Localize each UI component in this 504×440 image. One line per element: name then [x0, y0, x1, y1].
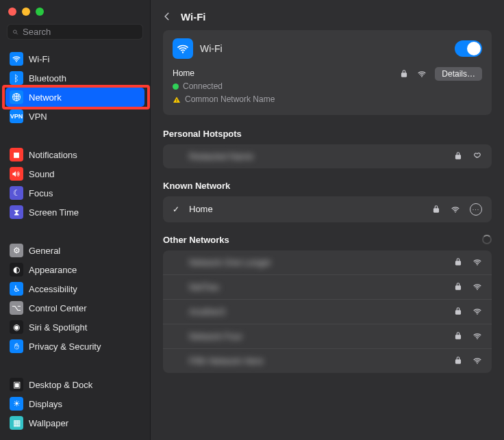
control-center-icon: ⌥ — [10, 301, 23, 315]
sidebar-item-label: Accessibility — [29, 284, 77, 294]
sidebar-item-label: Appearance — [29, 265, 77, 275]
sidebar-item-general[interactable]: ⚙︎General — [5, 241, 144, 260]
sidebar-item-vpn[interactable]: VPNVPN — [5, 107, 144, 126]
lock-icon — [453, 282, 463, 292]
wifi-toggle[interactable] — [455, 40, 482, 57]
current-network-name: Home — [173, 67, 399, 80]
personal_hotspots-list: Redacted Name — [163, 144, 492, 168]
wifi-signal-icon — [473, 331, 482, 341]
known_network-title: Known Network — [163, 181, 230, 191]
hourglass-icon: ⧗ — [10, 205, 23, 219]
lock-icon — [453, 151, 463, 161]
lock-icon — [453, 257, 463, 267]
sidebar-item-siri-spotlight[interactable]: ◉Siri & Spotlight — [5, 318, 144, 337]
vpn-icon: VPN — [10, 109, 23, 123]
network-name: Another3 — [189, 307, 446, 317]
other_networks-list: Network One LongerNetTwoAnother3Network … — [163, 250, 492, 373]
sidebar-item-network[interactable]: 🌐︎Network — [5, 88, 144, 107]
sidebar-item-displays[interactable]: ☀︎Displays — [5, 394, 144, 413]
sidebar-item-privacy-security[interactable]: ✋︎Privacy & Security — [5, 337, 144, 356]
more-button[interactable]: ··· — [470, 203, 482, 216]
close-window[interactable] — [8, 8, 16, 16]
search-input[interactable] — [23, 27, 138, 37]
network-row[interactable]: Network Four — [163, 324, 492, 349]
loading-spinner-icon — [482, 235, 492, 244]
search-box[interactable] — [7, 24, 143, 40]
search-icon — [12, 27, 18, 37]
known_network-list: ✓Home··· — [163, 196, 492, 222]
lock-icon — [453, 331, 463, 341]
sidebar-item-label: Displays — [29, 399, 62, 409]
details-button[interactable]: Details… — [435, 67, 482, 81]
other_networks-title: Other Networks — [163, 235, 229, 245]
network-row[interactable]: NetTwo — [163, 275, 492, 300]
moon-icon: ☾ — [10, 186, 23, 200]
highlight-annotation — [2, 85, 150, 109]
sidebar-item-wallpaper[interactable]: ▦Wallpaper — [5, 413, 144, 432]
sidebar-item-label: Bluetooth — [29, 73, 66, 83]
sidebar-item-label: VPN — [29, 112, 47, 122]
sidebar-item-label: Network — [29, 92, 62, 103]
lock-icon — [431, 205, 441, 214]
network-row[interactable]: Another3 — [163, 300, 492, 324]
sidebar-item-appearance[interactable]: ◐Appearance — [5, 260, 144, 279]
wifi-signal-icon — [451, 205, 460, 214]
page-title: Wi-Fi — [181, 11, 206, 23]
wifi-label: Wi-Fi — [200, 43, 223, 54]
sidebar: Wi-FiᛒBluetooth🌐︎NetworkVPNVPN◼︎Notifica… — [0, 0, 151, 440]
network-name: Fifth Network Here — [189, 356, 446, 366]
sidebar-item-sound[interactable]: 🔊︎Sound — [5, 164, 144, 183]
sidebar-item-bluetooth[interactable]: ᛒBluetooth — [5, 68, 144, 88]
wifi-icon — [173, 38, 193, 59]
sidebar-item-label: Siri & Spotlight — [29, 322, 87, 333]
maximize-window[interactable] — [36, 8, 44, 16]
sidebar-item-label: Desktop & Dock — [29, 380, 92, 390]
network-row[interactable]: Fifth Network Here — [163, 349, 492, 373]
network-row[interactable]: Redacted Name — [163, 144, 492, 168]
bluetooth-icon: ᛒ — [10, 71, 23, 85]
sidebar-item-label: Sound — [29, 169, 55, 179]
sidebar-item-desktop-dock[interactable]: ▣Desktop & Dock — [5, 375, 144, 394]
personal_hotspots-title: Personal Hotspots — [163, 129, 242, 139]
sidebar-item-focus[interactable]: ☾Focus — [5, 183, 144, 203]
lock-icon — [453, 307, 463, 316]
sidebar-item-screen-time[interactable]: ⧗Screen Time — [5, 203, 144, 222]
network-row[interactable]: ✓Home··· — [163, 196, 492, 222]
globe-icon: 🌐︎ — [10, 90, 23, 104]
sidebar-item-control-center[interactable]: ⌥Control Center — [5, 298, 144, 318]
window-controls — [0, 0, 150, 21]
warning-icon — [173, 96, 181, 104]
network-row[interactable]: Network One Longer — [163, 250, 492, 275]
lock-icon — [399, 69, 409, 79]
wifi-signal-icon — [473, 282, 482, 292]
wifi-signal-icon — [473, 257, 482, 267]
wallpaper-icon: ▦ — [10, 416, 23, 430]
displays-icon: ☀︎ — [10, 397, 23, 411]
lock-icon — [453, 356, 463, 365]
network-name: Network Four — [189, 331, 446, 341]
link-icon — [473, 151, 482, 161]
gear-icon: ⚙︎ — [10, 244, 23, 257]
siri-icon: ◉ — [10, 320, 23, 334]
sidebar-item-label: Wi-Fi — [29, 54, 49, 64]
wifi-card: Wi-Fi Home Connected Common — [163, 30, 492, 115]
network-name: Network One Longer — [189, 257, 446, 268]
sidebar-item-label: Focus — [29, 188, 53, 198]
wifi-icon — [10, 52, 23, 66]
minimize-window[interactable] — [22, 8, 30, 16]
sidebar-item-notifications[interactable]: ◼︎Notifications — [5, 145, 144, 164]
accessibility-icon: ♿︎ — [10, 282, 23, 296]
chevron-left-icon — [162, 12, 172, 21]
network-name: NetTwo — [189, 282, 446, 292]
network-name: Redacted Name — [189, 151, 446, 161]
sidebar-item-label: General — [29, 246, 60, 256]
sidebar-item-wi-fi[interactable]: Wi-Fi — [5, 49, 144, 68]
checkmark-icon: ✓ — [173, 205, 182, 214]
back-button[interactable] — [160, 10, 174, 23]
desktop-icon: ▣ — [10, 378, 23, 391]
sidebar-item-label: Control Center — [29, 303, 87, 313]
wifi-signal-icon — [417, 69, 427, 79]
sidebar-item-accessibility[interactable]: ♿︎Accessibility — [5, 279, 144, 298]
sidebar-item-label: Wallpaper — [29, 418, 68, 428]
main-panel: Wi-Fi Wi-Fi Home Connected — [151, 0, 504, 440]
